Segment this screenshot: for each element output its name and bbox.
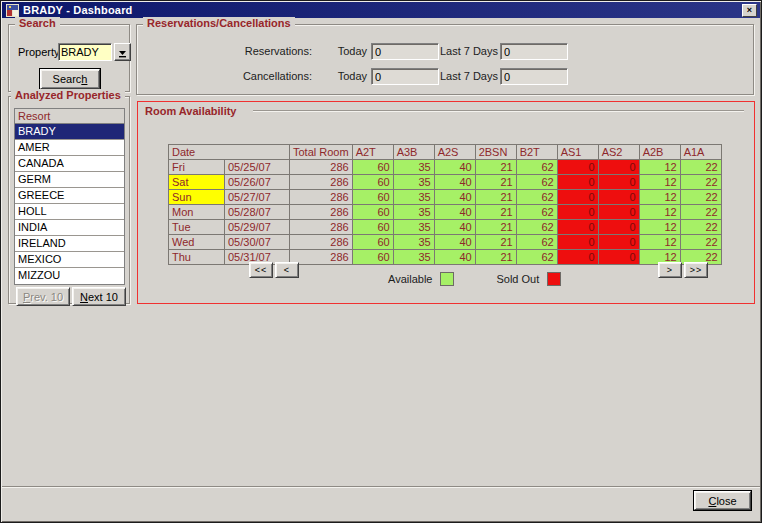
value-cell: 35 bbox=[393, 220, 434, 235]
title-bar[interactable]: BRADY - Dashboard × bbox=[2, 2, 760, 18]
property-label: Property bbox=[18, 46, 60, 58]
column-header: A2B bbox=[639, 145, 680, 160]
reservations-row: Reservations: Today Last 7 Days bbox=[137, 43, 753, 60]
value-cell: 60 bbox=[352, 190, 393, 205]
value-cell: 62 bbox=[516, 160, 557, 175]
resort-list-item[interactable]: MIZZOU bbox=[15, 268, 124, 284]
value-cell: 60 bbox=[352, 235, 393, 250]
app-icon bbox=[6, 4, 19, 17]
window-title: BRADY - Dashboard bbox=[23, 4, 133, 16]
value-cell: 40 bbox=[434, 220, 475, 235]
chevron-down-icon bbox=[118, 49, 127, 58]
resort-list-header: Resort bbox=[15, 109, 124, 124]
value-cell: 60 bbox=[352, 160, 393, 175]
page-last-button[interactable]: >> bbox=[684, 262, 708, 278]
value-cell: 40 bbox=[434, 190, 475, 205]
reservations-cancellations-title: Reservations/Cancellations bbox=[143, 17, 295, 29]
cancellations-today-field[interactable] bbox=[371, 68, 439, 85]
value-cell: 12 bbox=[639, 160, 680, 175]
value-cell: 0 bbox=[598, 250, 639, 265]
property-combobox[interactable] bbox=[58, 43, 112, 61]
column-header: AS2 bbox=[598, 145, 639, 160]
total-room-cell: 286 bbox=[290, 190, 353, 205]
today-label: Today bbox=[312, 70, 367, 82]
value-cell: 0 bbox=[598, 190, 639, 205]
value-cell: 22 bbox=[680, 190, 721, 205]
date-cell: 05/30/07 bbox=[225, 235, 290, 250]
page-next-button[interactable]: > bbox=[658, 262, 682, 278]
value-cell: 35 bbox=[393, 190, 434, 205]
property-dropdown-button[interactable] bbox=[114, 43, 131, 61]
value-cell: 0 bbox=[598, 160, 639, 175]
column-header: AS1 bbox=[557, 145, 598, 160]
resort-list-item[interactable]: MEXICO bbox=[15, 252, 124, 268]
column-header: Date bbox=[169, 145, 290, 160]
search-button[interactable]: Search bbox=[40, 69, 100, 89]
day-cell: Sat bbox=[169, 175, 225, 190]
value-cell: 0 bbox=[598, 205, 639, 220]
next-10-button[interactable]: Next 10 bbox=[72, 287, 126, 306]
column-header: 2BSN bbox=[475, 145, 516, 160]
availability-row: Mon05/28/072866035402162001222 bbox=[169, 205, 722, 220]
resort-list-item[interactable]: HOLL bbox=[15, 204, 124, 220]
day-cell: Thu bbox=[169, 250, 225, 265]
page-prev-button[interactable]: < bbox=[275, 262, 299, 278]
value-cell: 21 bbox=[475, 205, 516, 220]
reservations-cancellations-section: Reservations/Cancellations Reservations:… bbox=[136, 24, 754, 95]
resort-list-item[interactable]: BRADY bbox=[15, 124, 124, 140]
availability-row: Sat05/26/072866035402162001222 bbox=[169, 175, 722, 190]
today-label: Today bbox=[312, 45, 367, 57]
value-cell: 0 bbox=[598, 235, 639, 250]
date-cell: 05/27/07 bbox=[225, 190, 290, 205]
page-first-button[interactable]: << bbox=[249, 262, 273, 278]
day-cell: Wed bbox=[169, 235, 225, 250]
value-cell: 40 bbox=[434, 205, 475, 220]
prev-10-button[interactable]: Prev. 10 bbox=[16, 287, 70, 306]
resort-list-item[interactable]: IRELAND bbox=[15, 236, 124, 252]
value-cell: 21 bbox=[475, 235, 516, 250]
value-cell: 0 bbox=[557, 235, 598, 250]
value-cell: 35 bbox=[393, 160, 434, 175]
room-availability-section: Room Availability DateTotal RoomA2TA3BA2… bbox=[137, 101, 755, 304]
value-cell: 12 bbox=[639, 175, 680, 190]
value-cell: 62 bbox=[516, 190, 557, 205]
day-cell: Tue bbox=[169, 220, 225, 235]
section-divider bbox=[253, 110, 744, 112]
value-cell: 60 bbox=[352, 220, 393, 235]
search-section-title: Search bbox=[15, 17, 60, 29]
footer-divider bbox=[2, 486, 760, 488]
resort-list-item[interactable]: CANADA bbox=[15, 156, 124, 172]
reservations-today-field[interactable] bbox=[371, 43, 439, 60]
available-legend-label: Available bbox=[388, 273, 432, 285]
date-cell: 05/28/07 bbox=[225, 205, 290, 220]
value-cell: 12 bbox=[639, 205, 680, 220]
availability-row: Tue05/29/072866035402162001222 bbox=[169, 220, 722, 235]
availability-row: Sun05/27/072866035402162001222 bbox=[169, 190, 722, 205]
sold-out-color-swatch bbox=[547, 272, 561, 286]
cancellations-last7-field[interactable] bbox=[500, 68, 568, 85]
resort-list-item[interactable]: GREECE bbox=[15, 188, 124, 204]
availability-row: Wed05/30/072866035402162001222 bbox=[169, 235, 722, 250]
reservations-last7-field[interactable] bbox=[500, 43, 568, 60]
total-room-cell: 286 bbox=[290, 160, 353, 175]
close-button[interactable]: Close bbox=[694, 491, 751, 510]
value-cell: 0 bbox=[557, 160, 598, 175]
cancellations-label: Cancellations: bbox=[232, 70, 312, 82]
sold-out-legend-label: Sold Out bbox=[496, 273, 539, 285]
value-cell: 12 bbox=[639, 220, 680, 235]
total-room-cell: 286 bbox=[290, 235, 353, 250]
value-cell: 0 bbox=[557, 205, 598, 220]
availability-header-row: DateTotal RoomA2TA3BA2S2BSNB2TAS1AS2A2BA… bbox=[169, 145, 722, 160]
value-cell: 0 bbox=[598, 220, 639, 235]
window-close-icon[interactable]: × bbox=[742, 4, 757, 17]
day-cell: Mon bbox=[169, 205, 225, 220]
resort-list-item[interactable]: GERM bbox=[15, 172, 124, 188]
value-cell: 35 bbox=[393, 250, 434, 265]
resort-list-item[interactable]: AMER bbox=[15, 140, 124, 156]
total-room-cell: 286 bbox=[290, 220, 353, 235]
column-header: A2S bbox=[434, 145, 475, 160]
value-cell: 22 bbox=[680, 160, 721, 175]
resort-list-item[interactable]: INDIA bbox=[15, 220, 124, 236]
value-cell: 0 bbox=[557, 250, 598, 265]
day-cell: Sun bbox=[169, 190, 225, 205]
